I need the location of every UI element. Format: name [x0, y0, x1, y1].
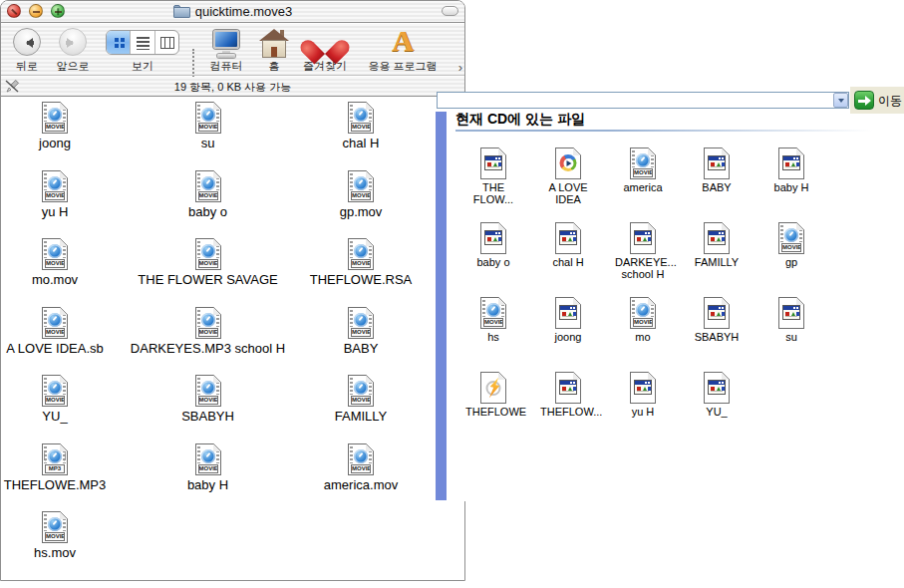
file-item[interactable]: DARKEYE... school H: [615, 222, 671, 280]
go-button[interactable]: [854, 91, 874, 110]
address-dropdown-button[interactable]: [833, 93, 848, 108]
quicktime-movie-icon: MOVIE: [630, 297, 656, 329]
file-item[interactable]: MOVIEA LOVE IDEA.sb: [0, 307, 140, 356]
quicktime-movie-icon: MOVIE: [42, 307, 68, 339]
file-item[interactable]: MOVIEchal H: [276, 102, 446, 150]
file-item[interactable]: MOVIEamerica: [615, 147, 671, 193]
file-item[interactable]: MOVIEamerica.mov: [276, 443, 446, 492]
grid-view-icon: [115, 38, 119, 42]
columns-view-icon: [160, 37, 174, 49]
file-item[interactable]: MOVIEbaby o: [124, 170, 293, 219]
file-label: chal H: [540, 256, 596, 268]
back-button[interactable]: 뒤로: [5, 26, 49, 74]
file-item[interactable]: MOVIEsu: [124, 102, 293, 150]
file-label: DARKEYES.MP3 school H: [124, 341, 293, 356]
file-item[interactable]: baby o: [465, 222, 521, 268]
view-columns-button[interactable]: [155, 31, 178, 54]
view-list-button[interactable]: [131, 31, 154, 54]
applications-button[interactable]: A 응용 프로그램: [358, 26, 448, 74]
quicktime-movie-icon: MOVIE: [348, 307, 374, 339]
file-item[interactable]: A LOVE IDEA: [540, 147, 596, 205]
file-item[interactable]: MOVIESBABYH: [124, 375, 293, 424]
media-clip-icon: [704, 147, 730, 179]
media-clip-icon: [630, 222, 656, 254]
panel-title: 현재 CD에 있는 파일: [455, 111, 585, 129]
file-item[interactable]: MOVIEYU_: [0, 375, 140, 424]
file-item[interactable]: THE FLOW...: [465, 147, 521, 205]
status-text: 19 항목, 0 KB 사용 가능: [1, 80, 464, 95]
titlebar[interactable]: quicktime.move3: [1, 1, 464, 23]
file-item[interactable]: baby H: [763, 147, 819, 193]
file-label: SBABYH: [689, 331, 745, 343]
heart-icon: [310, 30, 340, 56]
media-clip-icon: [480, 147, 506, 179]
forward-button[interactable]: 앞으로: [51, 26, 95, 74]
favorites-button[interactable]: 즐겨찾기: [296, 26, 354, 74]
finder-window: quicktime.move3 뒤로 앞으로 보기: [0, 0, 465, 581]
file-item[interactable]: MP3THEFLOWE.MP3: [0, 443, 140, 492]
file-item[interactable]: MOVIEjoong: [0, 102, 140, 150]
file-item[interactable]: MOVIEhs: [465, 297, 521, 343]
toolbar-toggle-button[interactable]: [442, 6, 458, 16]
folder-icon: [173, 5, 190, 18]
home-label: 홈: [254, 59, 294, 74]
file-item[interactable]: MOVIEFAMILLY: [276, 375, 446, 424]
quicktime-movie-icon: MOVIE: [778, 222, 804, 254]
file-item[interactable]: MOVIEDARKEYES.MP3 school H: [124, 307, 293, 356]
media-clip-icon: [555, 297, 581, 329]
file-label: YU_: [689, 406, 745, 418]
media-clip-icon: [778, 147, 804, 179]
file-label: baby o: [465, 256, 521, 268]
home-button[interactable]: 홈: [254, 26, 294, 74]
file-item[interactable]: THEFLOW...: [540, 372, 596, 418]
status-bar: 19 항목, 0 KB 사용 가능: [1, 77, 464, 97]
file-item[interactable]: YU_: [689, 372, 745, 418]
file-item[interactable]: MOVIEBABY: [276, 307, 446, 356]
file-item[interactable]: MOVIEgp.mov: [276, 170, 446, 219]
file-item[interactable]: MOVIETHE FLOWER SAVAGE: [124, 238, 293, 287]
favorites-label: 즐겨찾기: [296, 59, 354, 74]
quicktime-movie-icon: MOVIE: [348, 170, 374, 202]
file-item[interactable]: joong: [540, 297, 596, 343]
file-label: su: [763, 331, 819, 343]
list-view-icon: [137, 37, 150, 50]
file-item[interactable]: THEFLOWE: [465, 372, 521, 418]
file-label: A LOVE IDEA.sb: [0, 341, 140, 356]
file-item[interactable]: BABY: [689, 147, 745, 193]
file-item[interactable]: MOVIEhs.mov: [0, 511, 140, 560]
file-label: BABY: [276, 341, 446, 356]
file-label: gp.mov: [276, 204, 446, 219]
forward-label: 앞으로: [51, 59, 95, 74]
file-item[interactable]: yu H: [615, 372, 671, 418]
file-item[interactable]: FAMILLY: [689, 222, 745, 268]
back-arrow-icon: [13, 28, 41, 56]
view-label: 보기: [99, 59, 186, 74]
file-item[interactable]: MOVIEgp: [763, 222, 819, 268]
file-label: BABY: [689, 181, 745, 193]
address-input[interactable]: [437, 92, 849, 109]
media-clip-icon: [704, 222, 730, 254]
applications-icon: A: [386, 26, 420, 56]
file-label: A LOVE IDEA: [540, 181, 596, 205]
file-item[interactable]: chal H: [540, 222, 596, 268]
file-item[interactable]: SBABYH: [689, 297, 745, 343]
media-player-icon: [555, 147, 581, 179]
file-item[interactable]: MOVIEmo: [615, 297, 671, 343]
file-item[interactable]: MOVIEbaby H: [124, 443, 293, 492]
applications-label: 응용 프로그램: [358, 59, 448, 74]
view-icons-button[interactable]: [107, 31, 131, 54]
file-label: DARKEYE... school H: [615, 256, 671, 280]
quicktime-movie-icon: MOVIE: [348, 375, 374, 407]
toolbar-overflow-chevron-icon[interactable]: ›: [458, 60, 462, 75]
file-label: baby o: [124, 204, 293, 219]
quicktime-movie-icon: MOVIE: [348, 102, 374, 134]
file-label: mo: [615, 331, 671, 343]
file-item[interactable]: MOVIEmo.mov: [0, 238, 140, 287]
media-clip-icon: [555, 372, 581, 404]
file-item[interactable]: MOVIEyu H: [0, 170, 140, 219]
file-item[interactable]: su: [763, 297, 819, 343]
computer-button[interactable]: 컴퓨터: [198, 26, 254, 74]
forward-arrow-icon: [59, 28, 87, 56]
file-label: mo.mov: [0, 272, 140, 287]
file-item[interactable]: MOVIETHEFLOWE.RSA: [276, 238, 446, 287]
